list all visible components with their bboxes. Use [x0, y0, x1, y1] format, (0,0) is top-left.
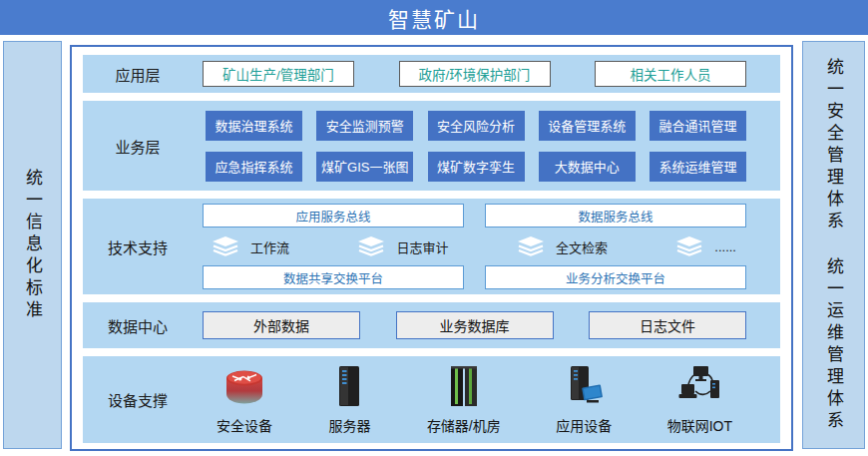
service-bus-box: 应用服务总线 — [203, 204, 464, 228]
business-system-button: 安全监测预警 — [316, 111, 413, 141]
server-icon — [327, 364, 371, 412]
tech-support-layer-panel: 技术支持 应用服务总线 数据服务总线 工作流 日志审计 — [83, 199, 780, 294]
business-row-2: 应急指挥系统 煤矿GIS一张图 煤矿数字孪生 大数据中心 系统运维管理 — [206, 152, 746, 182]
layers-icon — [213, 236, 238, 256]
tech-service-label: 工作流 — [250, 237, 289, 256]
business-system-button: 数据治理系统 — [206, 111, 302, 141]
tech-service-label: 全文检索 — [556, 237, 608, 256]
equipment-item-storage: 存储器/机房 — [427, 364, 501, 435]
storage-icon — [442, 364, 486, 412]
exchange-platform-row: 数据共享交换平台 业务分析交换平台 — [203, 265, 746, 289]
tech-service-log-audit: 日志审计 — [358, 236, 448, 256]
business-system-button: 系统运维管理 — [650, 152, 746, 182]
right-sidebar-management-systems: 统一安全管理体系 统一运维管理体系 — [802, 41, 865, 449]
tech-service-more: ...... — [676, 236, 736, 256]
equipment-label: 存储器/机房 — [427, 415, 501, 435]
business-system-button: 安全风险分析 — [428, 111, 525, 141]
business-system-button: 应急指挥系统 — [206, 152, 302, 182]
app-user-box: 矿山生产/管理部门 — [203, 61, 354, 87]
equipment-item-security: 安全设备 — [217, 364, 272, 435]
data-center-layer-panel: 数据中心 外部数据 业务数据库 日志文件 — [83, 302, 780, 348]
page-title: 智慧矿山 — [0, 0, 868, 35]
left-sidebar-label: 统一信息化标准 — [24, 169, 41, 322]
app-device-icon — [561, 364, 607, 412]
business-system-button: 融合通讯管理 — [650, 111, 746, 141]
equipment-content: 安全设备 服务器 — [203, 364, 746, 435]
data-source-box: 外部数据 — [203, 311, 360, 339]
business-layer-label: 业务层 — [83, 136, 193, 157]
tech-service-fulltext-search: 全文检索 — [518, 236, 608, 256]
firewall-icon — [220, 364, 268, 412]
equipment-layer-panel: 设备支撑 — [83, 356, 780, 443]
tech-service-label: 日志审计 — [396, 237, 448, 256]
equipment-label: 安全设备 — [217, 415, 272, 435]
data-center-content: 外部数据 业务数据库 日志文件 — [203, 311, 746, 339]
equipment-item-app-device: 应用设备 — [556, 364, 612, 435]
data-source-box: 日志文件 — [589, 311, 746, 339]
equipment-item-iot: 物联网IOT — [667, 364, 732, 435]
tech-services-row: 工作流 日志审计 全文检索 — [203, 234, 746, 258]
smart-mine-architecture-diagram: 应用层 矿山生产/管理部门 政府/环境保护部门 相关工作人员 业务层 数据治理系… — [70, 45, 793, 451]
business-system-button: 煤矿GIS一张图 — [316, 152, 413, 182]
app-user-box: 政府/环境保护部门 — [399, 61, 551, 87]
equipment-layer-label: 设备支撑 — [83, 389, 193, 410]
application-layer-panel: 应用层 矿山生产/管理部门 政府/环境保护部门 相关工作人员 — [83, 55, 780, 93]
tech-support-layer-content: 应用服务总线 数据服务总线 工作流 日志审计 — [203, 204, 746, 289]
equipment-label: 物联网IOT — [667, 415, 732, 435]
business-system-button: 煤矿数字孪生 — [428, 152, 525, 182]
application-layer-content: 矿山生产/管理部门 政府/环境保护部门 相关工作人员 — [203, 61, 746, 87]
data-source-box: 业务数据库 — [396, 311, 554, 339]
tech-service-workflow: 工作流 — [213, 236, 289, 256]
business-system-button: 设备管理系统 — [539, 111, 636, 141]
app-user-box: 相关工作人员 — [595, 61, 746, 87]
layers-icon — [676, 236, 702, 256]
left-sidebar-unified-info-standard: 统一信息化标准 — [3, 41, 62, 449]
exchange-platform-box: 数据共享交换平台 — [203, 265, 464, 289]
application-layer-label: 应用层 — [83, 64, 193, 85]
service-bus-box: 数据服务总线 — [485, 204, 746, 228]
business-system-button: 大数据中心 — [539, 152, 636, 182]
business-row-1: 数据治理系统 安全监测预警 安全风险分析 设备管理系统 融合通讯管理 — [206, 111, 746, 141]
service-bus-row: 应用服务总线 数据服务总线 — [203, 204, 746, 228]
business-layer-panel: 业务层 数据治理系统 安全监测预警 安全风险分析 设备管理系统 融合通讯管理 应… — [83, 101, 780, 191]
data-center-layer-label: 数据中心 — [83, 315, 193, 336]
iot-icon — [675, 364, 723, 412]
tech-service-label: ...... — [714, 239, 736, 254]
tech-support-layer-label: 技术支持 — [83, 236, 193, 257]
equipment-item-server: 服务器 — [327, 364, 371, 435]
right-sidebar-label-ops: 统一运维管理体系 — [825, 257, 842, 433]
business-layer-content: 数据治理系统 安全监测预警 安全风险分析 设备管理系统 融合通讯管理 应急指挥系… — [206, 111, 746, 182]
exchange-platform-box: 业务分析交换平台 — [485, 265, 746, 289]
right-sidebar-label-security: 统一安全管理体系 — [825, 58, 842, 233]
equipment-label: 应用设备 — [556, 415, 612, 435]
layers-icon — [518, 236, 544, 256]
equipment-label: 服务器 — [328, 415, 370, 435]
layers-icon — [358, 236, 384, 256]
